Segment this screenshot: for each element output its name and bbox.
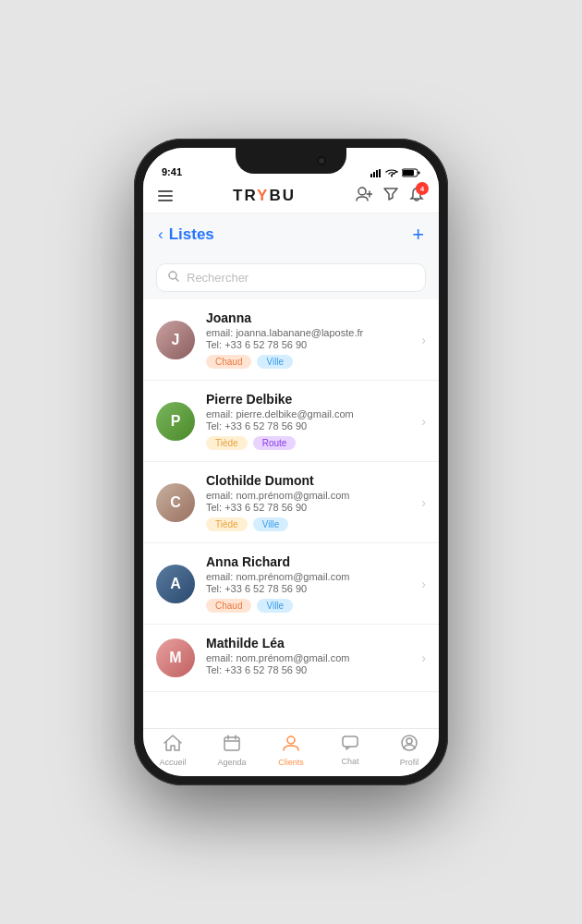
avatar: A bbox=[156, 565, 195, 603]
svg-rect-2 bbox=[376, 170, 378, 177]
svg-rect-19 bbox=[343, 736, 358, 747]
svg-point-8 bbox=[358, 188, 366, 195]
contact-name: Clothilde Dumont bbox=[206, 473, 410, 488]
camera bbox=[317, 156, 326, 165]
search-area: Rechercher bbox=[143, 256, 439, 299]
nav-icon-accueil bbox=[164, 735, 182, 756]
tag-chaud[interactable]: Chaud bbox=[206, 599, 251, 613]
add-list-button[interactable]: + bbox=[412, 223, 424, 247]
contact-tel: Tel: +33 6 52 78 56 90 bbox=[206, 339, 410, 350]
nav-icon-clients bbox=[283, 735, 299, 756]
contact-item[interactable]: CClothilde Dumontemail: nom.prénom@gmail… bbox=[143, 462, 439, 543]
nav-label-chat: Chat bbox=[341, 757, 358, 766]
contact-item[interactable]: AAnna Richardemail: nom.prénom@gmail.com… bbox=[143, 543, 439, 625]
battery-icon bbox=[402, 168, 420, 177]
nav-label-accueil: Accueil bbox=[159, 758, 186, 767]
contact-name: Pierre Delbike bbox=[206, 392, 410, 407]
search-placeholder: Rechercher bbox=[187, 271, 249, 285]
contact-info: Joannaemail: joanna.labanane@laposte.frT… bbox=[206, 310, 410, 369]
contact-info: Clothilde Dumontemail: nom.prénom@gmail.… bbox=[206, 473, 410, 531]
nav-label-agenda: Agenda bbox=[217, 758, 246, 767]
contact-email: email: pierre.delbike@gmail.com bbox=[206, 408, 410, 419]
chevron-right-icon: › bbox=[421, 650, 426, 665]
status-time: 9:41 bbox=[162, 166, 182, 177]
contacts-list: JJoannaemail: joanna.labanane@laposte.fr… bbox=[143, 299, 439, 728]
chevron-right-icon: › bbox=[421, 333, 426, 347]
app-header: TRYBU bbox=[143, 181, 439, 213]
contact-tel: Tel: +33 6 52 78 56 90 bbox=[206, 583, 410, 594]
contact-name: Anna Richard bbox=[206, 554, 410, 569]
header-actions: 4 bbox=[356, 187, 424, 205]
tag-ville[interactable]: Ville bbox=[257, 599, 293, 613]
back-button[interactable]: ‹ bbox=[158, 225, 164, 244]
phone-screen: 9:41 bbox=[143, 148, 439, 776]
contact-item[interactable]: MMathilde Léaemail: nom.prénom@gmail.com… bbox=[143, 625, 439, 692]
contact-tags: TièdeVille bbox=[206, 517, 410, 531]
status-icons bbox=[370, 168, 420, 177]
notch bbox=[236, 148, 346, 174]
search-icon bbox=[168, 271, 179, 285]
nav-item-chat[interactable]: Chat bbox=[328, 736, 372, 766]
contact-email: email: nom.prénom@gmail.com bbox=[206, 490, 410, 501]
tag-tiede[interactable]: Tiède bbox=[206, 517, 248, 531]
nav-item-profil[interactable]: Profil bbox=[387, 735, 431, 767]
contact-item[interactable]: JJoannaemail: joanna.labanane@laposte.fr… bbox=[143, 299, 439, 381]
chevron-right-icon: › bbox=[421, 414, 426, 429]
avatar: M bbox=[156, 638, 195, 677]
subheader: ‹ Listes + bbox=[143, 213, 439, 256]
avatar: C bbox=[156, 483, 195, 522]
contact-info: Pierre Delbikeemail: pierre.delbike@gmai… bbox=[206, 392, 410, 450]
avatar: P bbox=[156, 402, 195, 441]
svg-point-21 bbox=[406, 738, 412, 744]
svg-rect-0 bbox=[370, 174, 372, 177]
nav-icon-agenda bbox=[224, 735, 240, 756]
tag-ville[interactable]: Ville bbox=[253, 517, 289, 531]
contact-info: Anna Richardemail: nom.prénom@gmail.comT… bbox=[206, 554, 410, 613]
contact-tags: ChaudVille bbox=[206, 599, 410, 613]
contact-tel: Tel: +33 6 52 78 56 90 bbox=[206, 664, 410, 675]
svg-rect-6 bbox=[418, 172, 420, 175]
contact-item[interactable]: PPierre Delbikeemail: pierre.delbike@gma… bbox=[143, 381, 439, 462]
nav-icon-chat bbox=[342, 736, 358, 755]
nav-item-accueil[interactable]: Accueil bbox=[151, 735, 195, 767]
chevron-right-icon: › bbox=[421, 577, 426, 591]
hamburger-menu[interactable] bbox=[158, 190, 173, 201]
tag-ville[interactable]: Ville bbox=[257, 355, 293, 369]
nav-item-agenda[interactable]: Agenda bbox=[210, 735, 254, 767]
svg-point-4 bbox=[391, 175, 393, 176]
page-title: Listes bbox=[169, 225, 214, 244]
tag-route[interactable]: Route bbox=[253, 436, 297, 450]
nav-label-clients: Clients bbox=[278, 758, 304, 767]
search-field[interactable]: Rechercher bbox=[156, 263, 426, 292]
contact-tel: Tel: +33 6 52 78 56 90 bbox=[206, 502, 410, 513]
contact-tags: TièdeRoute bbox=[206, 436, 410, 450]
avatar: J bbox=[156, 321, 195, 359]
app-logo: TRYBU bbox=[233, 187, 296, 205]
contact-name: Joanna bbox=[206, 310, 410, 325]
wifi-icon bbox=[385, 169, 398, 177]
nav-item-clients[interactable]: Clients bbox=[269, 735, 313, 767]
chevron-right-icon: › bbox=[421, 495, 426, 510]
filter-button[interactable] bbox=[383, 188, 398, 204]
contact-email: email: nom.prénom@gmail.com bbox=[206, 571, 410, 582]
contact-tel: Tel: +33 6 52 78 56 90 bbox=[206, 420, 410, 432]
logo-text: TRYBU bbox=[233, 187, 296, 205]
contact-name: Mathilde Léa bbox=[206, 636, 410, 650]
tag-tiede[interactable]: Tiède bbox=[206, 436, 248, 450]
tag-chaud[interactable]: Chaud bbox=[206, 355, 251, 369]
svg-rect-3 bbox=[379, 169, 381, 177]
contact-info: Mathilde Léaemail: nom.prénom@gmail.comT… bbox=[206, 636, 410, 680]
svg-line-13 bbox=[176, 278, 178, 281]
contact-tags: ChaudVille bbox=[206, 355, 410, 369]
add-person-button[interactable] bbox=[356, 187, 372, 205]
bottom-navigation: AccueilAgendaClientsChatProfil bbox=[143, 728, 439, 776]
svg-rect-7 bbox=[403, 170, 414, 176]
svg-rect-1 bbox=[373, 172, 375, 177]
signal-icon bbox=[370, 169, 382, 177]
contact-email: email: nom.prénom@gmail.com bbox=[206, 652, 410, 663]
phone-frame: 9:41 bbox=[134, 139, 448, 785]
svg-point-18 bbox=[287, 736, 295, 744]
nav-icon-profil bbox=[401, 735, 418, 756]
notification-badge: 4 bbox=[416, 182, 429, 195]
notification-button[interactable]: 4 bbox=[409, 187, 424, 205]
